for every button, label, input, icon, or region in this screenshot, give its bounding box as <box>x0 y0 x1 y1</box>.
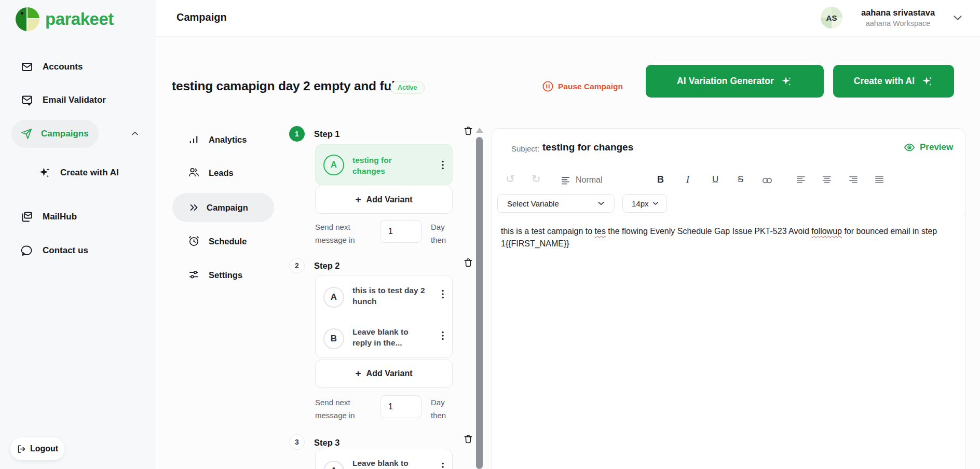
campaign-title: testing camapign day 2 empty and ful <box>172 79 395 93</box>
parakeet-logo-icon <box>16 7 39 31</box>
sidebar-item-label: Email Validator <box>43 95 106 105</box>
delete-step-2-icon[interactable] <box>463 257 473 268</box>
envelope-icon <box>21 61 33 73</box>
variant-card-step1-a[interactable]: A testing for changes <box>315 144 453 185</box>
variant-menu-icon[interactable] <box>438 289 447 299</box>
step-1-number: 1 <box>289 126 305 142</box>
scrollbar-up-arrow[interactable] <box>476 128 483 133</box>
align-left-button[interactable] <box>796 175 806 184</box>
variable-select-value: Select Variable <box>507 199 559 208</box>
italic-button[interactable]: I <box>686 174 689 185</box>
sidebar-item-create-with-ai[interactable]: Create with AI <box>0 164 156 181</box>
text-style-icon <box>561 176 570 185</box>
user-menu[interactable]: AS aahana srivastava aahana Workspace <box>821 7 964 29</box>
topbar: Campaign AS aahana srivastava aahana Wor… <box>156 0 980 37</box>
link-button[interactable] <box>761 176 773 185</box>
variable-select[interactable]: Select Variable <box>497 194 615 213</box>
align-right-button[interactable] <box>849 175 858 184</box>
sidebar-item-accounts[interactable]: Accounts <box>0 59 156 75</box>
tab-analytics[interactable]: Analytics <box>188 133 247 146</box>
align-center-button[interactable] <box>822 175 832 184</box>
logout-button[interactable]: Logout <box>10 437 64 460</box>
plus-icon: + <box>355 194 361 205</box>
align-center-icon <box>822 175 832 184</box>
subject-label: Subject: <box>511 144 539 153</box>
variant-card-step3-a[interactable]: A Leave blank to <box>315 449 453 469</box>
send-next-label: Send next message in <box>315 220 375 246</box>
logout-icon <box>17 444 26 454</box>
misspelled-word: followup <box>811 227 842 236</box>
delete-step-3-icon[interactable] <box>463 433 473 445</box>
sparkles-icon <box>921 75 933 87</box>
undo-button[interactable]: ↺ <box>506 173 515 185</box>
email-body-editor[interactable]: this is a test campaign to tes the flowi… <box>501 225 955 250</box>
ai-variation-generator-button[interactable]: AI Variation Generator <box>646 65 824 98</box>
pause-campaign-label: Pause Campaign <box>558 82 623 91</box>
chevron-down-icon <box>651 199 660 208</box>
sidebar-item-email-validator[interactable]: Email Validator <box>0 92 156 108</box>
tab-schedule[interactable]: Schedule <box>188 235 247 247</box>
sidebar-item-mailhub[interactable]: MailHub <box>0 209 156 225</box>
chevron-up-icon[interactable] <box>130 129 140 139</box>
delay-input-step2[interactable] <box>380 395 421 418</box>
status-badge: Active <box>390 81 425 94</box>
tab-leads[interactable]: Leads <box>188 167 234 179</box>
redo-button[interactable]: ↻ <box>532 173 541 185</box>
variant-label: this is to test day 2 hunch <box>352 285 425 307</box>
variant-letter-badge: A <box>323 155 344 175</box>
bold-button[interactable]: B <box>657 174 664 185</box>
font-size-select[interactable]: 14px <box>622 194 667 213</box>
strikethrough-button[interactable]: S <box>738 174 743 185</box>
pause-campaign-button[interactable]: Pause Campaign <box>542 80 623 92</box>
sidebar-item-contact-us[interactable]: Contact us <box>0 242 156 259</box>
delay-input-step1[interactable] <box>380 220 421 243</box>
brand-name: parakeet <box>45 9 114 29</box>
scrollbar-thumb[interactable] <box>476 137 483 469</box>
delete-step-1-icon[interactable] <box>463 125 473 136</box>
sidebar: parakeet Accounts Email Validator Campai… <box>0 0 156 469</box>
sliders-icon <box>188 269 200 281</box>
main-content: testing camapign day 2 empty and ful Act… <box>156 37 980 469</box>
step-2-number: 2 <box>289 258 305 273</box>
align-justify-icon <box>875 175 884 184</box>
editor-divider <box>492 215 965 215</box>
app-logo: parakeet <box>16 7 114 31</box>
variant-menu-icon[interactable] <box>438 160 447 170</box>
user-name: aahana srivastava <box>851 8 945 18</box>
variant-label: testing for changes <box>352 155 425 176</box>
eye-icon <box>904 142 915 153</box>
text-style-value: Normal <box>576 175 603 185</box>
variant-letter-badge: A <box>323 287 344 308</box>
variant-card-step2: A this is to test day 2 hunch B Leave bl… <box>315 275 453 358</box>
tab-label: Schedule <box>209 237 247 246</box>
variant-letter-badge: B <box>323 328 344 349</box>
sidebar-item-label: Accounts <box>43 62 83 72</box>
step-3-number: 3 <box>289 434 305 450</box>
step-3-title: Step 3 <box>314 438 340 448</box>
preview-button[interactable]: Preview <box>904 142 953 153</box>
sparkles-icon <box>781 75 793 87</box>
send-next-label: Send next message in <box>315 396 375 422</box>
sidebar-item-label: Contact us <box>43 245 88 256</box>
sidebar-item-label: MailHub <box>43 212 77 222</box>
plus-icon: + <box>355 368 361 379</box>
add-variant-button-step1[interactable]: + Add Variant <box>315 186 453 214</box>
subject-input[interactable]: testing for changes <box>542 142 633 153</box>
text-style-dropdown[interactable]: Normal <box>561 175 603 185</box>
tab-label: Analytics <box>209 135 247 145</box>
font-size-value: 14px <box>632 199 649 208</box>
create-with-ai-button[interactable]: Create with AI <box>833 65 954 98</box>
step-1-title: Step 1 <box>314 129 340 139</box>
envelope-check-icon <box>21 94 33 106</box>
avatar: AS <box>821 7 842 29</box>
align-justify-button[interactable] <box>875 175 884 184</box>
add-variant-button-step2[interactable]: + Add Variant <box>315 360 453 388</box>
variant-menu-icon[interactable] <box>438 330 447 341</box>
underline-button[interactable]: U <box>712 174 718 185</box>
logout-label: Logout <box>30 444 58 453</box>
variant-menu-icon[interactable] <box>438 462 447 469</box>
sidebar-item-campaigns[interactable]: Campaigns <box>11 120 99 148</box>
tab-campaign[interactable]: Campaign <box>172 193 274 222</box>
chevron-down-icon[interactable] <box>951 11 964 24</box>
tab-settings[interactable]: Settings <box>188 269 242 281</box>
